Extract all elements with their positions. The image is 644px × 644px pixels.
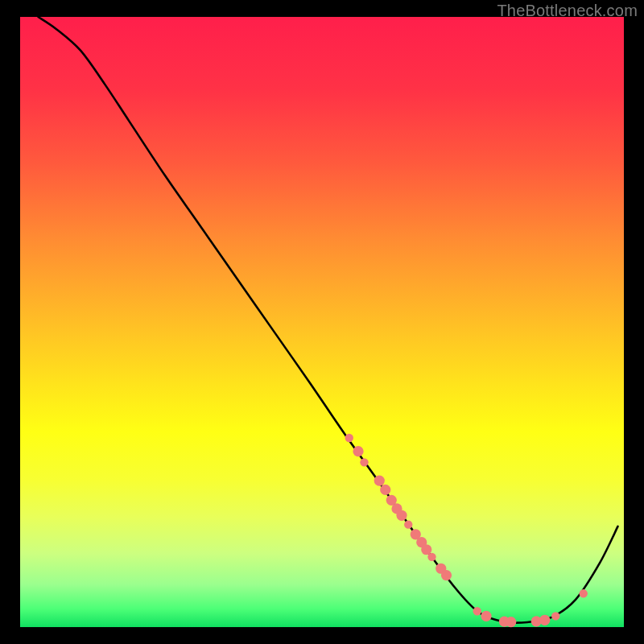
highlight-dot xyxy=(374,475,385,485)
highlight-dot xyxy=(551,612,559,620)
highlight-dot xyxy=(427,553,436,561)
attribution-label: TheBottleneck.com xyxy=(497,2,638,20)
highlight-dot xyxy=(345,434,353,442)
highlight-dot xyxy=(380,485,390,495)
highlight-dot xyxy=(481,611,491,621)
highlight-dot xyxy=(441,570,452,580)
highlight-dot xyxy=(539,615,550,625)
highlight-dot xyxy=(404,520,412,528)
highlight-dot xyxy=(473,607,481,615)
highlight-dot xyxy=(360,458,368,466)
bottleneck-chart xyxy=(0,0,644,644)
highlight-dot xyxy=(396,510,407,521)
highlight-dot xyxy=(353,446,363,456)
highlight-dot xyxy=(580,589,588,597)
gradient-plot-area xyxy=(20,17,624,627)
chart-stage: TheBottleneck.com xyxy=(0,0,644,644)
highlight-dot xyxy=(506,617,516,627)
